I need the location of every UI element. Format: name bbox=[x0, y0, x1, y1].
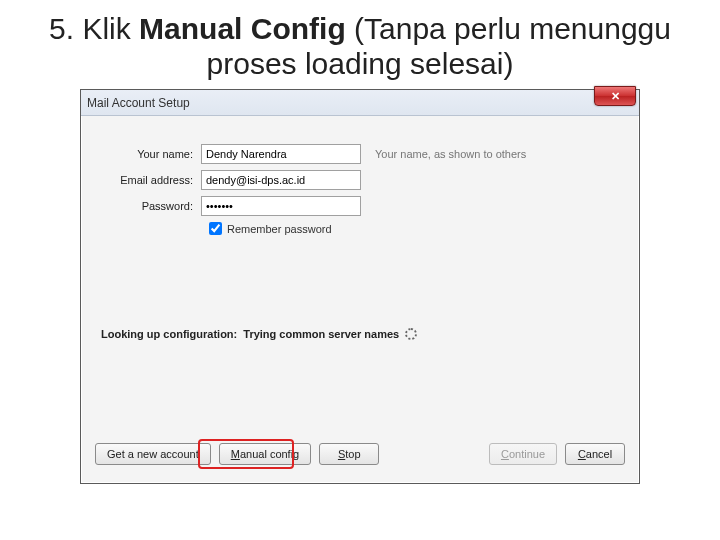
close-icon: ✕ bbox=[611, 90, 620, 103]
window-title: Mail Account Setup bbox=[87, 96, 190, 110]
titlebar: Mail Account Setup ✕ bbox=[81, 90, 639, 116]
cancel-button[interactable]: Cancel bbox=[565, 443, 625, 465]
continue-button: Continue bbox=[489, 443, 557, 465]
stop-button[interactable]: Stop bbox=[319, 443, 379, 465]
hint-your-name: Your name, as shown to others bbox=[375, 148, 526, 160]
dialog-body: Your name: Your name, as shown to others… bbox=[81, 116, 639, 245]
slide-heading: 5. Klik Manual Config (Tanpa perlu menun… bbox=[20, 12, 700, 81]
input-password[interactable] bbox=[201, 196, 361, 216]
label-password: Password: bbox=[101, 200, 201, 212]
heading-prefix: 5. Klik bbox=[49, 12, 139, 45]
row-email: Email address: bbox=[101, 170, 619, 190]
get-new-account-button[interactable]: Get a new account bbox=[95, 443, 211, 465]
label-your-name: Your name: bbox=[101, 148, 201, 160]
cancel-label: ancel bbox=[586, 448, 612, 460]
row-password: Password: bbox=[101, 196, 619, 216]
manual-config-mnemonic: M bbox=[231, 448, 240, 460]
get-new-account-label: Get a new account bbox=[107, 448, 199, 460]
heading-bold: Manual Config bbox=[139, 12, 346, 45]
manual-config-button[interactable]: Manual config bbox=[219, 443, 312, 465]
label-email: Email address: bbox=[101, 174, 201, 186]
close-button[interactable]: ✕ bbox=[594, 86, 636, 106]
button-row: Get a new account Manual config Stop Con… bbox=[95, 443, 625, 465]
input-email[interactable] bbox=[201, 170, 361, 190]
cancel-mnemonic: C bbox=[578, 448, 586, 460]
continue-label: ontinue bbox=[509, 448, 545, 460]
stop-label: top bbox=[345, 448, 360, 460]
row-remember: Remember password bbox=[209, 222, 619, 235]
row-your-name: Your name: Your name, as shown to others bbox=[101, 144, 619, 164]
status-line: Looking up configuration: Trying common … bbox=[101, 328, 417, 340]
manual-config-label: anual config bbox=[240, 448, 299, 460]
spinner-icon bbox=[405, 328, 417, 340]
status-text: Trying common server names bbox=[243, 328, 399, 340]
input-your-name[interactable] bbox=[201, 144, 361, 164]
mail-account-setup-dialog: Mail Account Setup ✕ Your name: Your nam… bbox=[80, 89, 640, 484]
checkbox-remember-password[interactable] bbox=[209, 222, 222, 235]
continue-mnemonic: C bbox=[501, 448, 509, 460]
status-label: Looking up configuration: bbox=[101, 328, 237, 340]
label-remember-password: Remember password bbox=[227, 223, 332, 235]
